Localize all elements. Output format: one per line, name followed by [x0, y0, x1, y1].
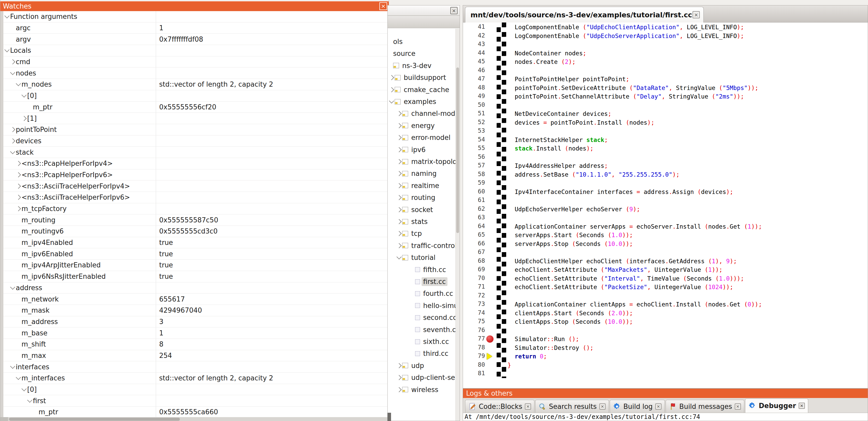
- watch-row[interactable]: Function arguments: [3, 11, 389, 23]
- watch-row[interactable]: m_routing0x555555587c50: [3, 215, 389, 226]
- watch-row[interactable]: m_tcpFactory: [3, 203, 389, 215]
- expander-closed-icon[interactable]: [396, 208, 402, 212]
- tree-item-fourth-cc[interactable]: fourth.cc: [388, 288, 456, 299]
- close-icon[interactable]: ×: [450, 7, 458, 14]
- watch-row[interactable]: <ns3::AsciiTraceHelperForIpv6>: [3, 192, 389, 203]
- close-icon[interactable]: ×: [525, 403, 531, 410]
- expander-closed-icon[interactable]: [15, 162, 22, 165]
- tree-item-tcp[interactable]: tcp: [388, 228, 456, 239]
- close-icon[interactable]: ×: [599, 403, 606, 410]
- tree-item-sixth-cc[interactable]: sixth.cc: [388, 336, 456, 348]
- tree-item-ns-3-dev[interactable]: ns-3-dev: [388, 60, 456, 72]
- tree-item-fifth-cc[interactable]: fifth.cc: [388, 264, 456, 276]
- watch-row[interactable]: <ns3::PcapHelperForIpv4>: [3, 158, 389, 169]
- watch-row[interactable]: [1]: [3, 113, 389, 124]
- watch-row[interactable]: m_base1: [3, 327, 389, 339]
- watch-row[interactable]: nodes: [3, 67, 389, 79]
- expander-open-icon[interactable]: [15, 376, 22, 380]
- expander-closed-icon[interactable]: [396, 124, 402, 128]
- expander-open-icon[interactable]: [21, 388, 27, 391]
- editor-tab-first-cc[interactable]: mnt/dev/tools/source/ns-3-dev/examples/t…: [465, 7, 704, 23]
- tree-item-buildsupport[interactable]: buildsupport: [388, 72, 456, 84]
- watch-row[interactable]: first: [3, 395, 389, 407]
- fold-margin[interactable]: [497, 23, 506, 378]
- expander-closed-icon[interactable]: [9, 139, 16, 143]
- tree-item-cmake-cache[interactable]: cmake_cache: [388, 84, 456, 96]
- expander-closed-icon[interactable]: [396, 220, 402, 223]
- expander-closed-icon[interactable]: [389, 88, 395, 92]
- expander-closed-icon[interactable]: [396, 244, 402, 248]
- watch-row[interactable]: pointToPoint: [3, 124, 389, 135]
- expander-open-icon[interactable]: [389, 100, 395, 103]
- expander-closed-icon[interactable]: [15, 184, 22, 188]
- watch-row[interactable]: m_interfacesstd::vector of length 2, cap…: [3, 373, 389, 384]
- tree-item-hello-simulator-cc[interactable]: hello-simulator.cc: [388, 300, 456, 312]
- watch-row[interactable]: m_ipv4Enabledtrue: [3, 237, 389, 249]
- tree-item-first-cc[interactable]: first.cc: [388, 276, 456, 288]
- watch-row[interactable]: stack: [3, 147, 389, 158]
- watch-row[interactable]: address: [3, 282, 389, 294]
- breakpoint-icon[interactable]: [486, 335, 494, 343]
- expander-closed-icon[interactable]: [396, 388, 402, 391]
- close-icon[interactable]: ×: [735, 403, 741, 410]
- expander-closed-icon[interactable]: [396, 184, 402, 188]
- tree-item-error-model[interactable]: error-model: [388, 132, 456, 143]
- logs-tab-build-log[interactable]: Build log×: [610, 400, 665, 413]
- logs-tab-debugger[interactable]: Debugger×: [745, 398, 808, 413]
- watch-row[interactable]: m_address3: [3, 316, 389, 328]
- watches-titlebar[interactable]: Watches ×: [0, 1, 389, 11]
- expander-open-icon[interactable]: [9, 365, 16, 369]
- logs-tab-search-results[interactable]: Search results×: [535, 400, 609, 413]
- expander-open-icon[interactable]: [15, 83, 22, 86]
- expander-closed-icon[interactable]: [396, 160, 402, 163]
- expander-open-icon[interactable]: [21, 94, 27, 97]
- watch-row[interactable]: m_ptr0x5555555ca660: [3, 407, 389, 417]
- watch-row[interactable]: m_network655617: [3, 293, 389, 305]
- expander-closed-icon[interactable]: [21, 117, 27, 120]
- code-editor[interactable]: 4142434445464748495051525354555657585960…: [463, 23, 868, 380]
- expander-open-icon[interactable]: [9, 286, 16, 290]
- expander-closed-icon[interactable]: [15, 173, 22, 176]
- expander-closed-icon[interactable]: [396, 376, 402, 379]
- expander-open-icon[interactable]: [9, 151, 16, 154]
- tree-item-channel-models[interactable]: channel-models: [388, 107, 456, 120]
- watch-row[interactable]: devices: [3, 135, 389, 147]
- close-icon[interactable]: ×: [655, 403, 661, 410]
- expander-closed-icon[interactable]: [396, 196, 402, 199]
- expander-closed-icon[interactable]: [9, 60, 16, 64]
- watch-row[interactable]: [0]: [3, 90, 389, 102]
- expander-open-icon[interactable]: [4, 48, 10, 52]
- watch-row[interactable]: m_ipv6Enabledtrue: [3, 248, 389, 260]
- tree-item-routing[interactable]: routing: [388, 192, 456, 203]
- logs-tab-code-blocks[interactable]: Code::Blocks×: [465, 400, 534, 413]
- watches-horizontal-scrollbar[interactable]: [0, 417, 389, 421]
- tree-item-traffic-control[interactable]: traffic-control: [388, 240, 456, 252]
- tree-item-ols[interactable]: ols: [388, 36, 456, 47]
- project-tree-header[interactable]: ×: [388, 5, 460, 28]
- expander-open-icon[interactable]: [9, 71, 16, 75]
- watch-row[interactable]: m_mask4294967040: [3, 305, 389, 316]
- tree-item-source[interactable]: source: [388, 47, 456, 60]
- watch-row[interactable]: m_ipv6NsRsJitterEnabledtrue: [3, 271, 389, 282]
- expander-closed-icon[interactable]: [15, 207, 22, 210]
- logs-titlebar[interactable]: Logs & others: [463, 389, 868, 398]
- expander-closed-icon[interactable]: [396, 148, 402, 152]
- resize-corner[interactable]: [388, 413, 391, 421]
- watch-row[interactable]: m_shift8: [3, 339, 389, 350]
- expander-closed-icon[interactable]: [9, 128, 16, 131]
- tree-item-examples[interactable]: examples: [388, 96, 456, 107]
- scrollbar-thumb[interactable]: [9, 418, 180, 421]
- logs-tab-build-messages[interactable]: Build messages×: [665, 400, 744, 413]
- expander-closed-icon[interactable]: [396, 136, 402, 139]
- tree-item-naming[interactable]: naming: [388, 168, 456, 180]
- tree-item-udp[interactable]: udp: [388, 360, 456, 371]
- watch-row[interactable]: m_ptr0x55555556cf20: [3, 102, 389, 113]
- expander-closed-icon[interactable]: [15, 195, 22, 199]
- expander-closed-icon[interactable]: [396, 172, 402, 175]
- close-icon[interactable]: ×: [799, 402, 805, 409]
- watch-row[interactable]: argv0x7fffffffdf08: [3, 34, 389, 45]
- tree-item-udp-client-server[interactable]: udp-client-server: [388, 371, 456, 384]
- tree-item-socket[interactable]: socket: [388, 204, 456, 216]
- close-icon[interactable]: ×: [379, 2, 387, 10]
- watch-row[interactable]: interfaces: [3, 361, 389, 373]
